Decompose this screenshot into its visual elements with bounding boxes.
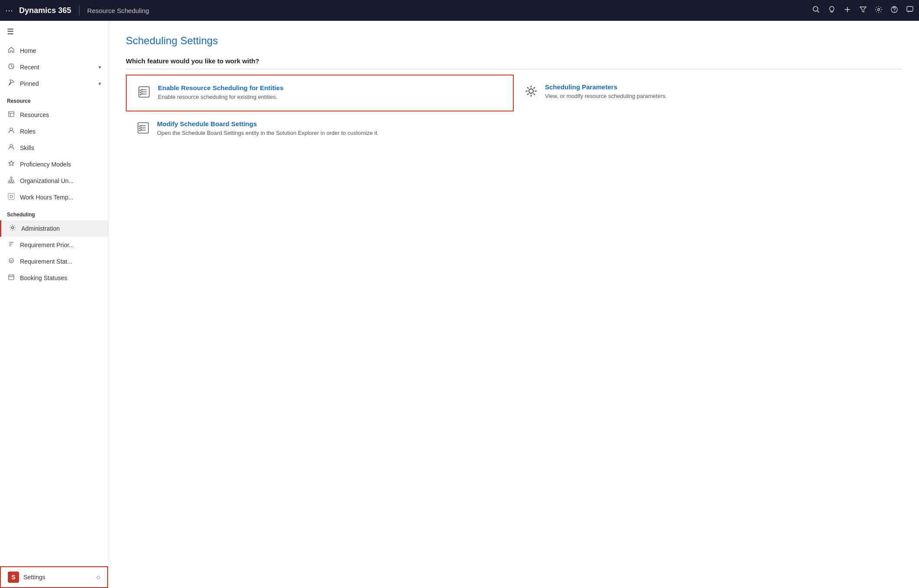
svg-point-16 — [10, 144, 13, 147]
add-icon[interactable] — [844, 6, 851, 16]
sidebar-item-roles-label: Roles — [20, 128, 36, 135]
sidebar-item-administration-label: Administration — [21, 225, 60, 232]
chevron-down-icon: ▾ — [98, 64, 101, 70]
topbar-icons — [812, 6, 914, 16]
svg-marker-17 — [9, 161, 14, 166]
sidebar-item-work-hours-label: Work Hours Temp... — [20, 194, 73, 201]
feature-card-scheduling-parameters-desc: View, or modify resource scheduling para… — [545, 92, 667, 100]
sidebar-item-proficiency[interactable]: Proficiency Models — [0, 156, 108, 173]
sidebar-item-home[interactable]: Home — [0, 42, 108, 59]
sidebar-item-pinned[interactable]: Pinned ▾ — [0, 75, 108, 92]
svg-point-33 — [9, 258, 13, 263]
sidebar-item-proficiency-label: Proficiency Models — [20, 161, 71, 168]
svg-rect-12 — [9, 111, 14, 117]
svg-marker-5 — [860, 7, 866, 12]
feature-card-modify-schedule-board-title: Modify Schedule Board Settings — [157, 120, 379, 127]
topbar-divider — [79, 5, 79, 16]
page-title: Scheduling Settings — [126, 35, 902, 47]
svg-rect-18 — [10, 177, 12, 178]
settings-icon[interactable] — [875, 6, 883, 16]
feature-card-modify-schedule-board-text: Modify Schedule Board Settings Open the … — [157, 120, 379, 137]
org-icon — [7, 176, 16, 185]
sidebar-item-req-status-label: Requirement Stat... — [20, 258, 72, 265]
content-area: Scheduling Settings Which feature would … — [108, 21, 919, 588]
brand-name: Dynamics 365 — [19, 6, 71, 15]
hamburger-icon[interactable]: ☰ — [0, 21, 108, 42]
section-question: Which feature would you like to work wit… — [126, 57, 902, 69]
feature-card-enable-resource-scheduling-desc: Enable resource scheduling for existing … — [158, 93, 283, 101]
feature-card-modify-schedule-board-desc: Open the Schedule Board Settings entity … — [157, 129, 379, 137]
feature-card-enable-resource-scheduling[interactable]: Enable Resource Scheduling for Entities … — [126, 75, 514, 111]
sidebar-item-administration[interactable]: Administration — [0, 220, 108, 237]
feature-cards-grid: Enable Resource Scheduling for Entities … — [126, 75, 902, 147]
settings-chevron-icon: ◇ — [96, 574, 100, 580]
proficiency-icon — [7, 160, 16, 169]
svg-rect-27 — [8, 193, 14, 199]
feature-card-modify-schedule-board[interactable]: Modify Schedule Board Settings Open the … — [126, 111, 514, 147]
settings-letter: S — [8, 572, 19, 583]
feature-card-scheduling-parameters[interactable]: Scheduling Parameters View, or modify re… — [514, 75, 902, 111]
lightbulb-icon[interactable] — [828, 6, 836, 16]
sidebar-item-roles[interactable]: Roles — [0, 123, 108, 140]
administration-icon — [8, 224, 17, 233]
sidebar-item-resources-label: Resources — [20, 111, 49, 118]
module-name: Resource Scheduling — [87, 7, 809, 14]
schedule-board-icon — [136, 121, 150, 138]
sidebar-item-req-status[interactable]: Requirement Stat... — [0, 253, 108, 270]
sidebar-item-home-label: Home — [20, 47, 36, 54]
svg-point-42 — [529, 89, 533, 93]
sidebar-item-org-units[interactable]: Organizational Un... — [0, 173, 108, 189]
feature-card-enable-resource-scheduling-title: Enable Resource Scheduling for Entities — [158, 84, 283, 91]
sidebar-item-booking-statuses-label: Booking Statuses — [20, 274, 67, 281]
svg-rect-19 — [8, 182, 10, 183]
sidebar-settings-item[interactable]: S Settings ◇ — [0, 566, 108, 588]
svg-point-29 — [12, 227, 14, 229]
svg-point-6 — [878, 8, 880, 10]
sidebar-item-org-units-label: Organizational Un... — [20, 177, 74, 184]
settings-label: Settings — [23, 574, 46, 581]
search-icon[interactable] — [812, 6, 820, 16]
svg-point-8 — [894, 11, 895, 12]
sidebar-item-req-priority[interactable]: Requirement Prior... — [0, 237, 108, 253]
feature-card-scheduling-parameters-title: Scheduling Parameters — [545, 83, 667, 91]
pin-icon — [7, 79, 16, 88]
svg-point-0 — [813, 7, 818, 11]
roles-icon — [7, 127, 16, 136]
feature-card-enable-resource-scheduling-text: Enable Resource Scheduling for Entities … — [158, 84, 283, 101]
svg-point-15 — [10, 128, 13, 131]
svg-point-28 — [10, 195, 13, 198]
filter-icon[interactable] — [859, 6, 867, 16]
sidebar-item-recent-label: Recent — [20, 64, 39, 71]
req-status-icon — [7, 257, 16, 266]
skills-icon — [7, 144, 16, 152]
svg-line-1 — [817, 10, 820, 13]
help-icon[interactable] — [890, 6, 898, 16]
sidebar-item-recent[interactable]: Recent ▾ — [0, 59, 108, 75]
sidebar-item-req-priority-label: Requirement Prior... — [20, 242, 74, 248]
svg-rect-34 — [9, 275, 14, 280]
sidebar-item-skills[interactable]: Skills — [0, 140, 108, 156]
gear-large-icon — [524, 84, 538, 101]
svg-rect-20 — [10, 182, 12, 183]
sidebar-item-skills-label: Skills — [20, 144, 34, 151]
waffle-icon[interactable]: ⋯ — [5, 6, 13, 15]
sidebar-item-work-hours[interactable]: Work Hours Temp... — [0, 189, 108, 206]
chat-icon[interactable] — [906, 6, 914, 16]
sidebar: ☰ Home Recent ▾ Pinned ▾ Resource — [0, 21, 108, 588]
topbar: ⋯ Dynamics 365 Resource Scheduling — [0, 0, 919, 21]
chevron-down-icon-pinned: ▾ — [98, 81, 101, 87]
work-hours-icon — [7, 193, 16, 202]
resources-icon — [7, 111, 16, 119]
req-priority-icon — [7, 241, 16, 249]
sidebar-item-pinned-label: Pinned — [20, 80, 39, 87]
resource-section-label: Resource — [0, 92, 108, 107]
sidebar-item-booking-statuses[interactable]: Booking Statuses — [0, 270, 108, 286]
main-layout: ☰ Home Recent ▾ Pinned ▾ Resource — [0, 21, 919, 588]
sidebar-item-resources[interactable]: Resources — [0, 107, 108, 123]
scheduling-section-label: Scheduling — [0, 206, 108, 220]
feature-card-scheduling-parameters-text: Scheduling Parameters View, or modify re… — [545, 83, 667, 100]
checklist-icon — [137, 85, 151, 102]
svg-rect-21 — [13, 182, 14, 183]
sidebar-bottom: S Settings ◇ — [0, 566, 108, 588]
booking-icon — [7, 274, 16, 282]
